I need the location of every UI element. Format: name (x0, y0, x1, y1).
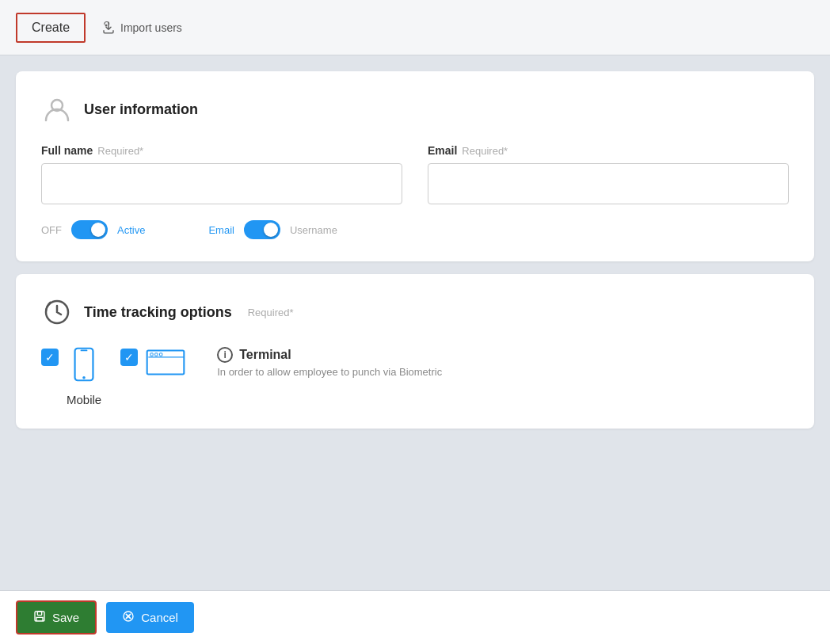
email-group: Email Required* (428, 144, 789, 204)
mobile-option: ✓ Mobile (41, 347, 101, 406)
import-label: Import users (120, 21, 182, 34)
mobile-checkmark: ✓ (45, 352, 55, 363)
time-tracking-card: Time tracking options Required* ✓ (16, 274, 814, 429)
email-required: Required* (462, 145, 508, 157)
svg-rect-3 (75, 349, 93, 380)
svg-rect-4 (81, 350, 88, 352)
email-input[interactable] (428, 163, 789, 204)
main-content: User information Full name Required* Ema… (0, 55, 830, 644)
mobile-label: Mobile (67, 393, 101, 406)
toggle-thumb (91, 223, 105, 237)
tab-create[interactable]: Create (16, 13, 86, 43)
time-tracking-header: Time tracking options Required* (41, 296, 789, 328)
tab-import[interactable]: Import users (92, 14, 192, 41)
active-toggle[interactable] (71, 220, 108, 239)
user-info-card: User information Full name Required* Ema… (16, 71, 814, 261)
full-name-required: Required* (97, 145, 143, 157)
time-tracking-title: Time tracking options (84, 304, 232, 321)
cancel-button[interactable]: Cancel (106, 602, 194, 633)
mobile-device-icon (70, 347, 98, 382)
save-icon (33, 610, 46, 625)
save-button[interactable]: Save (16, 600, 97, 634)
email-label: Email Required* (428, 144, 789, 157)
svg-rect-10 (160, 353, 162, 356)
full-name-group: Full name Required* (41, 144, 402, 204)
user-info-header: User information (41, 93, 789, 125)
mobile-checkbox[interactable]: ✓ (41, 349, 59, 366)
cancel-label: Cancel (141, 611, 178, 624)
svg-rect-12 (37, 612, 41, 615)
toggle-on-label: Active (117, 224, 145, 236)
desktop-device-icon (146, 347, 185, 382)
svg-point-5 (82, 376, 86, 379)
terminal-section: i Terminal In order to allow employee to… (217, 347, 442, 378)
toggle-off-label: OFF (41, 224, 62, 236)
full-name-input[interactable] (41, 163, 402, 204)
username-toggle-label: Username (290, 224, 337, 236)
clock-icon (41, 296, 73, 328)
name-email-row: Full name Required* Email Required* (41, 144, 789, 204)
save-label: Save (52, 611, 79, 624)
info-icon: i (217, 347, 233, 363)
time-tracking-required: Required* (248, 307, 294, 318)
tab-bar: Create Import users (0, 0, 830, 55)
cancel-icon (122, 610, 135, 625)
desktop-option: ✓ (120, 347, 185, 382)
terminal-description: In order to allow employee to punch via … (217, 366, 442, 378)
svg-rect-9 (155, 353, 158, 356)
login-toggle[interactable] (244, 220, 280, 239)
login-toggle-thumb (264, 223, 278, 237)
user-info-title: User information (84, 101, 198, 118)
terminal-header: i Terminal (217, 347, 442, 363)
svg-point-0 (105, 24, 108, 26)
login-toggle-row: Email Username (208, 220, 337, 239)
import-icon (101, 21, 116, 35)
desktop-checkbox[interactable]: ✓ (120, 349, 138, 366)
email-toggle-label: Email (208, 224, 234, 236)
active-toggle-row: OFF Active (41, 220, 145, 239)
action-bar: Save Cancel (0, 590, 830, 644)
tracking-options: ✓ Mobile (41, 347, 789, 406)
user-icon (41, 93, 73, 125)
desktop-checkmark: ✓ (124, 352, 134, 363)
full-name-label: Full name Required* (41, 144, 402, 157)
terminal-title: Terminal (239, 348, 291, 362)
svg-rect-8 (150, 353, 153, 356)
